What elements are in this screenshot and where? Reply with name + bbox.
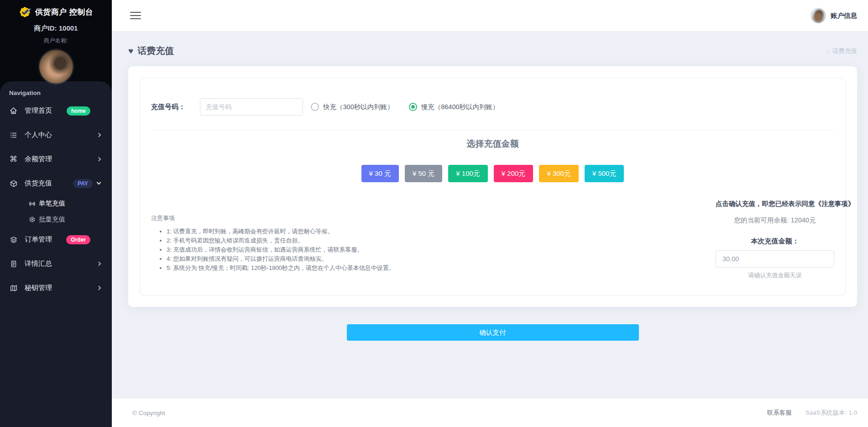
footer: © Copyright 联系客服 SaaS系统版本: 1.0 — [112, 399, 868, 427]
sidebar-item-label: 详情汇总 — [25, 259, 52, 268]
sidebar-subitem-batch-recharge[interactable]: 批量充值 — [0, 211, 112, 227]
page-head: ♥ 话费充值 › 话费充值 — [128, 45, 857, 57]
recharge-number-input[interactable] — [200, 98, 303, 116]
divider — [151, 130, 834, 131]
contact-support-link[interactable]: 联系客服 — [767, 409, 792, 417]
hamburger-menu-icon[interactable] — [130, 10, 141, 21]
merchant-id: 商户ID: 10001 — [0, 24, 112, 33]
chevron-right-icon — [97, 262, 101, 266]
note-item: 3: 充值成功后，详情会收到运营商短信，如遇运营商系统忙，请联系客服。 — [167, 245, 395, 254]
content: ♥ 话费充值 › 话费充值 充值号码： 快充（300秒以内到账） — [112, 31, 868, 399]
layers-icon — [9, 236, 18, 244]
account-avatar — [810, 8, 826, 23]
amount-300-button[interactable]: ¥ 300元 — [539, 165, 579, 182]
confirm-pay-button[interactable]: 确认支付 — [347, 324, 639, 341]
amount-input[interactable] — [716, 250, 834, 268]
radio-unchecked-icon[interactable] — [311, 103, 319, 111]
sidebar-subitem-single-recharge[interactable]: 单笔充值 — [0, 195, 112, 211]
home-badge: home — [67, 106, 90, 116]
radio-slow-label: 慢充（86400秒以内到账） — [421, 103, 499, 111]
chevron-right-icon — [97, 157, 101, 162]
amount-30-button[interactable]: ¥ 30 元 — [361, 165, 399, 182]
chevron-down-icon — [97, 180, 101, 185]
confirm-summary: 点击确认充值，即您已经表示同意《注意事项》 您的当前可用余额: 12040元 本… — [716, 200, 834, 279]
note-item: 1: 话费直充，即时到账，高峰期会有些许延时，请您耐心等候。 — [167, 227, 395, 236]
sidebar-item-label: 订单管理 — [25, 235, 52, 244]
map-icon — [9, 284, 18, 292]
broadcast-icon — [28, 200, 36, 207]
document-icon — [9, 260, 18, 268]
recharge-number-row: 充值号码： 快充（300秒以内到账） 慢充（86400秒以内到账） — [151, 98, 834, 116]
sidebar-item-key-management[interactable]: 秘钥管理 — [0, 276, 112, 300]
app-window: 供货商户 控制台 商户ID: 10001 商户名称: Navigation 管理… — [0, 0, 868, 427]
breadcrumb-item: 话费充值 — [832, 47, 857, 55]
amount-label: 本次充值金额： — [716, 237, 834, 246]
note-item: 2: 手机号码若因您输入错误而造成损失，责任自担。 — [167, 236, 395, 245]
radio-checked-icon[interactable] — [409, 103, 417, 111]
brand: 供货商户 控制台 — [0, 0, 112, 18]
pay-badge: PAY — [73, 179, 93, 188]
confirm-row: 确认支付 — [128, 324, 857, 341]
sidebar-avatar — [39, 50, 73, 84]
radio-slow[interactable]: 慢充（86400秒以内到账） — [409, 103, 499, 111]
order-badge: Order — [66, 235, 90, 244]
sidebar-item-personal-center[interactable]: 个人中心 — [0, 123, 112, 147]
aperture-icon — [28, 216, 36, 223]
amount-500-button[interactable]: ¥ 500元 — [585, 165, 624, 182]
chevron-right-icon — [97, 286, 101, 290]
radio-fast-label: 快充（300秒以内到账） — [323, 103, 394, 111]
amount-heading: 选择充值金额 — [140, 138, 845, 150]
notes-list: 1: 话费直充，即时到账，高峰期会有些许延时，请您耐心等候。 2: 手机号码若因… — [151, 227, 395, 273]
sidebar-subitem-label: 批量充值 — [39, 215, 65, 224]
amount-50-button[interactable]: ¥ 50 元 — [405, 165, 442, 182]
brand-logo-icon — [19, 6, 31, 18]
nav-panel: Navigation 管理首页 home — [0, 81, 112, 427]
notes-title: 注意事项 — [151, 214, 395, 222]
note-item: 4: 您如果对到账情况有疑问，可以拨打运营商电话查询核实。 — [167, 254, 395, 264]
copyright-text: © Copyright — [132, 410, 165, 416]
sidebar-item-dashboard[interactable]: 管理首页 home — [0, 99, 112, 123]
sidebar-item-supply-recharge[interactable]: 供货充值 PAY — [0, 171, 112, 195]
version-text: SaaS系统版本: 1.0 — [805, 409, 857, 417]
amount-buttons: ¥ 30 元 ¥ 50 元 ¥ 100元 ¥ 200元 ¥ 300元 ¥ 500… — [140, 165, 845, 182]
balance-text: 您的当前可用余额: 12040元 — [716, 216, 834, 225]
sidebar-item-detail-summary[interactable]: 详情汇总 — [0, 252, 112, 276]
page-title: ♥ 话费充值 — [128, 45, 174, 57]
recharge-card: 充值号码： 快充（300秒以内到账） 慢充（86400秒以内到账） 选择充值金额 — [128, 66, 857, 307]
amount-hint: 请确认充值金额无误 — [716, 271, 834, 279]
page-title-text: 话费充值 — [137, 45, 174, 57]
sidebar-subitem-label: 单笔充值 — [39, 199, 65, 208]
main-area: 账户信息 ♥ 话费充值 › 话费充值 充值号码： — [112, 0, 868, 427]
sidebar: 供货商户 控制台 商户ID: 10001 商户名称: Navigation 管理… — [0, 0, 112, 427]
breadcrumb-chevron-icon: › — [826, 47, 829, 55]
notes-section: 注意事项 1: 话费直充，即时到账，高峰期会有些许延时，请您耐心等候。 2: 手… — [151, 214, 395, 273]
sidebar-item-label: 供货充值 — [25, 179, 52, 188]
nav-list: 管理首页 home 个人中心 ⌘ 余额管理 — [0, 99, 112, 300]
radio-fast[interactable]: 快充（300秒以内到账） — [311, 103, 394, 111]
account-info[interactable]: 账户信息 — [810, 8, 857, 23]
package-icon — [9, 179, 18, 188]
heart-icon: ♥ — [128, 46, 133, 56]
sidebar-item-label: 个人中心 — [25, 131, 52, 139]
recharge-number-label: 充值号码： — [151, 103, 185, 111]
breadcrumb: › 话费充值 — [826, 47, 857, 55]
brand-title: 供货商户 控制台 — [35, 7, 94, 17]
recharge-form-box: 充值号码： 快充（300秒以内到账） 慢充（86400秒以内到账） 选择充值金额 — [140, 78, 846, 295]
footer-right: 联系客服 SaaS系统版本: 1.0 — [767, 409, 857, 417]
chevron-right-icon — [97, 133, 101, 137]
amount-100-button[interactable]: ¥ 100元 — [448, 165, 488, 182]
command-icon: ⌘ — [9, 155, 18, 163]
account-label: 账户信息 — [831, 11, 857, 20]
sidebar-item-label: 余额管理 — [25, 155, 52, 163]
list-icon — [9, 131, 18, 139]
topbar: 账户信息 — [112, 0, 868, 31]
sidebar-item-balance[interactable]: ⌘ 余额管理 — [0, 147, 112, 171]
sidebar-item-orders[interactable]: 订单管理 Order — [0, 227, 112, 252]
agree-text: 点击确认充值，即您已经表示同意《注意事项》 — [716, 200, 832, 208]
note-item: 5: 系统分为 快充/慢充；时间戳: 120秒-1800秒之内，请您在个人中心基… — [167, 264, 395, 273]
sidebar-item-label: 管理首页 — [25, 106, 52, 115]
home-icon — [9, 106, 18, 115]
merchant-name: 商户名称: — [0, 37, 112, 45]
amount-200-button[interactable]: ¥ 200元 — [494, 165, 533, 182]
sidebar-item-label: 秘钥管理 — [25, 284, 52, 292]
